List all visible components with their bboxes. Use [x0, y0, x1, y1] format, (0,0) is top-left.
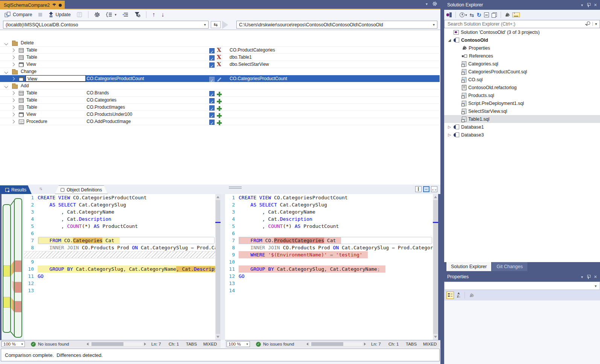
chevron-right-icon[interactable]: [11, 77, 15, 81]
dock-splitter[interactable]: [440, 0, 444, 364]
tree-item-products-sql[interactable]: Products.sql: [444, 91, 600, 99]
compare-button[interactable]: Compare: [3, 11, 34, 18]
target-pane-scrollbar[interactable]: [433, 194, 438, 340]
code-line[interactable]: 14: [225, 287, 433, 294]
compare-item-row[interactable]: ViewCO.CategoriesProductCount✓CO.Categor…: [0, 75, 440, 82]
code-line[interactable]: 3 , Cat.CategoryName: [24, 208, 215, 215]
code-line[interactable]: 5 , COUNT(*) AS ProductCount: [225, 223, 433, 230]
tree-item-references[interactable]: References: [444, 52, 600, 60]
zoom-level-combo[interactable]: 100 % ▾: [227, 341, 250, 347]
chevron-down-icon[interactable]: [5, 42, 8, 46]
scroll-up-arrow-icon[interactable]: [434, 196, 437, 198]
window-position-chevron-icon[interactable]: ▾: [581, 275, 583, 279]
code-line[interactable]: 4 , Cat.Description: [24, 215, 215, 223]
compare-group-row[interactable]: Add: [0, 82, 440, 89]
generate-script-button[interactable]: [75, 11, 84, 18]
compare-item-row[interactable]: View✓Xdbo.SelectStarView: [0, 61, 440, 68]
close-icon[interactable]: ×: [594, 2, 597, 8]
chevron-down-icon[interactable]: [5, 70, 8, 74]
properties-title-bar[interactable]: Properties ▾ ×: [444, 272, 600, 282]
properties-wrench-icon[interactable]: [505, 12, 510, 17]
code-line[interactable]: 11GO: [24, 273, 215, 280]
compare-item-row[interactable]: ViewCO.ProductsUnder100✓: [0, 111, 440, 118]
tree-item-script-predeployment1-sql[interactable]: Script.PreDeployment1.sql: [444, 99, 600, 107]
switch-views-icon[interactable]: [446, 12, 452, 17]
properties-object-combo[interactable]: ▾: [444, 282, 600, 290]
track-active-item-button[interactable]: [512, 12, 520, 17]
chevron-right-icon[interactable]: [11, 120, 15, 124]
collapse-all-icon[interactable]: [484, 12, 489, 17]
update-button[interactable]: Update: [47, 11, 72, 18]
code-line[interactable]: 6: [225, 230, 433, 237]
chevron-right-icon[interactable]: [11, 56, 15, 59]
compare-group-row[interactable]: Change: [0, 68, 440, 75]
scroll-right-arrow-icon[interactable]: [364, 343, 366, 346]
include-checkbox[interactable]: ✓: [209, 77, 215, 82]
scrollbar-thumb[interactable]: [311, 342, 343, 346]
tree-item-co-sql[interactable]: CO.sql: [444, 76, 600, 83]
tab-list-chevron-icon[interactable]: ▾: [426, 2, 428, 6]
tree-item-table1-sql[interactable]: Table1.sql: [444, 115, 600, 123]
code-line[interactable]: 9 WHERE '$(EnvironmentName)' = 'testing': [225, 251, 433, 258]
compare-item-row[interactable]: TableCO.Categories✓: [0, 97, 440, 104]
window-position-chevron-icon[interactable]: ▾: [581, 3, 583, 7]
tree-item-categories-sql[interactable]: Categories.sql: [444, 60, 600, 68]
sort-toggle-button[interactable]: ↑↓: [39, 186, 42, 191]
scrollbar-track[interactable]: [310, 342, 362, 346]
splitter-grip[interactable]: [229, 186, 242, 189]
include-checkbox[interactable]: ✓: [209, 62, 215, 68]
group-results-dropdown-button[interactable]: ▾: [105, 11, 118, 18]
scrollbar-thumb[interactable]: [433, 200, 438, 334]
close-icon[interactable]: ×: [594, 274, 597, 280]
pin-icon[interactable]: [52, 3, 56, 7]
code-line[interactable]: 11 GROUP BY Cat.CategorySlug, Cat.Catego…: [225, 265, 433, 273]
scroll-right-arrow-icon[interactable]: [144, 343, 146, 346]
document-tab-sqlschemacompare[interactable]: SqlSchemaCompare2: [0, 1, 65, 9]
pin-icon[interactable]: [587, 3, 590, 7]
horizontal-scrollbar[interactable]: [306, 342, 366, 346]
include-checkbox[interactable]: ✓: [209, 55, 215, 61]
tree-item-database3[interactable]: ▷Database3: [444, 131, 600, 139]
collapse-pane-button[interactable]: ⌄⌄: [431, 186, 437, 192]
solution-explorer-title-bar[interactable]: Solution Explorer ▾ ×: [444, 0, 600, 10]
compare-item-row[interactable]: Table✓Xdbo.Table1: [0, 54, 440, 61]
scroll-left-arrow-icon[interactable]: [306, 343, 308, 346]
refresh-icon[interactable]: ↻: [477, 12, 481, 18]
pane-splitter[interactable]: [221, 194, 225, 340]
code-line[interactable]: 7 FROM CO.Categories Cat: [24, 237, 215, 244]
code-line[interactable]: 8 INNER JOIN CO.Products Prod ON Cat.Cat…: [24, 244, 215, 251]
chevron-right-icon[interactable]: [11, 49, 15, 52]
scroll-down-arrow-icon[interactable]: [216, 336, 219, 338]
scrollbar-thumb[interactable]: [216, 200, 220, 334]
pin-icon[interactable]: [587, 275, 590, 279]
search-options-caret-icon[interactable]: ▾: [592, 22, 597, 26]
swap-source-target-button[interactable]: ⇆: [211, 21, 221, 28]
tab-object-definitions[interactable]: Object Definitions: [55, 185, 108, 194]
code-line[interactable]: 12GO: [225, 273, 433, 280]
include-checkbox[interactable]: ✓: [209, 112, 215, 118]
chevron-right-icon[interactable]: [11, 99, 15, 102]
vertical-split-button[interactable]: ┃: [415, 186, 422, 192]
scroll-left-arrow-icon[interactable]: [87, 343, 88, 346]
sync-with-active-document-icon[interactable]: ⇆: [470, 12, 474, 18]
collapse-arrow-icon[interactable]: ◢: [447, 38, 452, 42]
scrollbar-track[interactable]: [90, 342, 143, 346]
tree-item-categoriesproductcount-sql[interactable]: CategoriesProductCount.sql: [444, 68, 600, 76]
scrollbar-thumb[interactable]: [91, 342, 123, 346]
horizontal-scrollbar[interactable]: [87, 342, 146, 346]
filter-button[interactable]: [133, 11, 142, 18]
scroll-down-arrow-icon[interactable]: [434, 336, 437, 338]
expand-arrow-icon[interactable]: ▷: [447, 125, 452, 129]
search-icon[interactable]: [587, 21, 590, 25]
zoom-level-combo[interactable]: 100 % ▾: [2, 341, 25, 347]
sort-results-button[interactable]: [121, 12, 130, 18]
compare-item-row[interactable]: Table✓XCO.ProductCategories: [0, 47, 440, 54]
code-line[interactable]: 6: [24, 230, 215, 237]
compare-group-row[interactable]: Delete: [0, 39, 440, 47]
source-database-combo[interactable]: (localdb)\MSSQLLocalDB.Contoso ▾: [3, 21, 209, 29]
source-pane-scrollbar[interactable]: [215, 194, 221, 340]
include-checkbox[interactable]: ✓: [209, 98, 215, 103]
code-line[interactable]: 9: [24, 258, 215, 265]
code-line[interactable]: 13: [24, 287, 215, 294]
include-checkbox[interactable]: ✓: [209, 105, 215, 111]
